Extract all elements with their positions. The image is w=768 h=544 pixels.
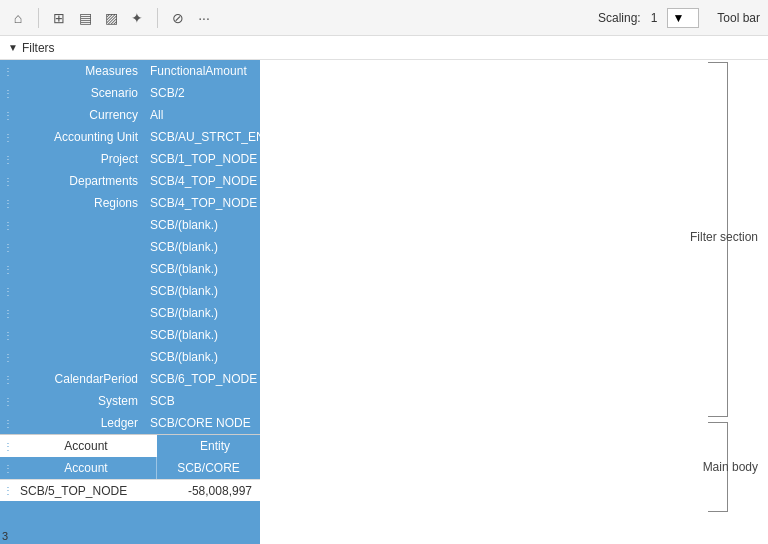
filter-row-value: SCB/(blank.) [146, 262, 260, 276]
filter-row-label: Departments [16, 174, 146, 188]
drag-handle: ⋮ [0, 418, 16, 429]
filter-row-label: System [16, 394, 146, 408]
drag-handle: ⋮ [0, 88, 16, 99]
drag-handle: ⋮ [0, 220, 16, 231]
toolbar-divider-1 [38, 8, 39, 28]
bottom-drag-handle: ⋮ [0, 435, 16, 457]
scaling-value: 1 [651, 11, 658, 25]
drag-handle: ⋮ [0, 132, 16, 143]
filter-row-label: Measures [16, 64, 146, 78]
grid-icon[interactable]: ⊞ [49, 8, 69, 28]
entity-value: SCB/CORE [177, 461, 240, 475]
drag-handle: ⋮ [0, 286, 16, 297]
filter-row-value: SCB/6_TOP_NODE [146, 372, 260, 386]
filter-row-value: SCB/(blank.) [146, 350, 260, 364]
page-number: 3 [2, 530, 8, 542]
drag-handle: ⋮ [0, 264, 16, 275]
filter-section-label: Filter section [690, 230, 758, 244]
main-body-label: Main body [703, 460, 758, 474]
bottom-data-row: ⋮ Account SCB/CORE [0, 457, 260, 479]
main-wrapper: ⋮ Measures FunctionalAmount ⋮ Scenario S… [0, 60, 768, 544]
more-icon[interactable]: ··· [194, 8, 214, 28]
filter-row: ⋮ SCB/(blank.) [0, 302, 260, 324]
scaling-dropdown[interactable]: ▼ [667, 8, 699, 28]
drag-handle: ⋮ [0, 154, 16, 165]
filter-row-value: SCB/(blank.) [146, 240, 260, 254]
bottom-table: ⋮ Account ⋮ Entity ⋮ Account SCB/COR [0, 434, 260, 501]
scaling-label: Scaling: [598, 11, 641, 25]
filter-row: ⋮ SCB/(blank.) [0, 214, 260, 236]
drag-handle: ⋮ [0, 66, 16, 77]
filter-row-value: SCB/2 [146, 86, 260, 100]
entity-col-header: Entity [200, 439, 230, 453]
filter-row-label: Regions [16, 196, 146, 210]
filter-row-value: All [146, 108, 260, 122]
drag-handle: ⋮ [0, 374, 16, 385]
filter-row-label: Project [16, 152, 146, 166]
filter-row: ⋮ Ledger SCB/CORE NODE [0, 412, 260, 434]
drag-handle: ⋮ [0, 198, 16, 209]
toolbar: ⌂ ⊞ ▤ ▨ ✦ ⊘ ··· Scaling: 1 ▼ Tool bar [0, 0, 768, 36]
filters-label: Filters [22, 41, 55, 55]
filter-row: ⋮ SCB/(blank.) [0, 280, 260, 302]
filter-row: ⋮ Departments SCB/4_TOP_NODE [0, 170, 260, 192]
drag-handle: ⋮ [0, 308, 16, 319]
filter-row-value: SCB/CORE NODE [146, 416, 260, 430]
filter-row: ⋮ Accounting Unit SCB/AU_STRCT_ENT/5_TOP… [0, 126, 260, 148]
filter-row: ⋮ Currency All [0, 104, 260, 126]
filter-row-label: Accounting Unit [16, 130, 146, 144]
layout-icon[interactable]: ▨ [101, 8, 121, 28]
toolbar-right-label: Tool bar [717, 11, 760, 25]
filter-row-value: SCB/(blank.) [146, 218, 260, 232]
drag-handle: ⋮ [0, 352, 16, 363]
filter-row: ⋮ CalendarPeriod SCB/6_TOP_NODE [0, 368, 260, 390]
filter-row: ⋮ Scenario SCB/2 [0, 82, 260, 104]
filter-row: ⋮ System SCB [0, 390, 260, 412]
filter-rows-container: ⋮ Measures FunctionalAmount ⋮ Scenario S… [0, 60, 260, 544]
drag-handle: ⋮ [0, 330, 16, 341]
filter-row-label: Currency [16, 108, 146, 122]
filter-row: ⋮ SCB/(blank.) [0, 236, 260, 258]
filter-row: ⋮ SCB/(blank.) [0, 324, 260, 346]
filter-row-value: SCB/1_TOP_NODE [146, 152, 260, 166]
account-col-header: Account [64, 439, 107, 453]
filter-row: ⋮ SCB/(blank.) [0, 346, 260, 368]
filter-row-value: SCB/(blank.) [146, 328, 260, 342]
node-label: SCB/5_TOP_NODE [20, 484, 127, 498]
table-icon[interactable]: ▤ [75, 8, 95, 28]
filter-row-label: CalendarPeriod [16, 372, 146, 386]
star-icon[interactable]: ✦ [127, 8, 147, 28]
filter-row-value: FunctionalAmount [146, 64, 260, 78]
toolbar-divider-2 [157, 8, 158, 28]
filter-row-value: SCB/(blank.) [146, 306, 260, 320]
drag-handle: ⋮ [0, 242, 16, 253]
annotations-panel: Filter section Main body [260, 60, 768, 544]
filter-row: ⋮ Regions SCB/4_TOP_NODE [0, 192, 260, 214]
drag-handle: ⋮ [0, 176, 16, 187]
filter-row: ⋮ Measures FunctionalAmount [0, 60, 260, 82]
home-icon[interactable]: ⌂ [8, 8, 28, 28]
bottom-header-row: ⋮ Account ⋮ Entity [0, 435, 260, 457]
filter-row-value: SCB/4_TOP_NODE [146, 174, 260, 188]
filters-header[interactable]: ▼ Filters [0, 36, 768, 60]
filter-row-value: SCB/(blank.) [146, 284, 260, 298]
node-value: -58,008,997 [188, 484, 252, 498]
account-col-label-row: Account [64, 461, 107, 475]
slash-icon[interactable]: ⊘ [168, 8, 188, 28]
drag-handle: ⋮ [0, 396, 16, 407]
filter-row-value: SCB/4_TOP_NODE [146, 196, 260, 210]
bottom-node-row: ⋮ SCB/5_TOP_NODE -58,008,997 [0, 479, 260, 501]
filter-row-label: Ledger [16, 416, 146, 430]
filter-row-value: SCB [146, 394, 260, 408]
filter-row: ⋮ SCB/(blank.) [0, 258, 260, 280]
filter-row-label: Scenario [16, 86, 146, 100]
filters-collapse-icon: ▼ [8, 42, 18, 53]
filter-row: ⋮ Project SCB/1_TOP_NODE [0, 148, 260, 170]
drag-handle: ⋮ [0, 110, 16, 121]
